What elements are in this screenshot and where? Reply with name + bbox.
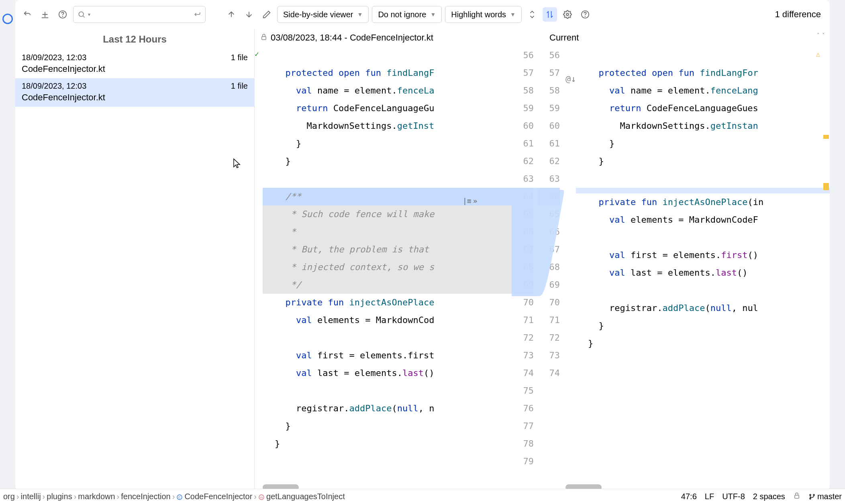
gutter-line-number: 70 <box>512 294 534 311</box>
history-time: 18/09/2023, 12:03 <box>22 53 86 62</box>
caret-position[interactable]: 47:6 <box>681 492 697 501</box>
svg-point-14 <box>813 494 814 496</box>
code-line <box>576 229 830 246</box>
code-line: MarkdownSettings.getInstan <box>576 117 830 135</box>
history-item[interactable]: 18/09/2023, 12:031 fileCodeFenceInjector… <box>15 50 254 78</box>
code-line: } <box>576 317 830 335</box>
breadcrumb-item[interactable]: fenceInjection <box>121 492 170 501</box>
gutter-line-number: 59 <box>538 100 560 117</box>
breadcrumb-item[interactable]: markdown <box>78 492 115 501</box>
git-branch[interactable]: master <box>808 492 842 501</box>
gutter-line-number: 66 <box>538 223 560 241</box>
left-pane-title: 03/08/2023, 18:44 - CodeFenceInjector.kt <box>271 33 433 43</box>
gutter-line-number: 71 <box>512 311 534 329</box>
code-line: } <box>576 335 830 352</box>
help-diff-button[interactable] <box>578 7 592 22</box>
history-filename: CodeFenceInjector.kt <box>22 91 248 103</box>
left-code-pane[interactable]: ✓ protected open fun findLangF val name … <box>255 47 512 491</box>
apply-right-icon[interactable]: » <box>473 197 478 205</box>
gutter-line-number: 71 <box>538 311 560 329</box>
highlight-mode-dropdown[interactable]: Highlight words ▼ <box>445 6 522 23</box>
svg-point-2 <box>79 12 84 16</box>
svg-rect-11 <box>795 495 799 498</box>
warning-icon: ⚠ <box>816 50 820 58</box>
code-line: registrar.addPlace(null, nul <box>576 299 830 317</box>
chevron-down-icon[interactable]: ˅ <box>822 32 825 38</box>
chevron-up-icon[interactable]: ˄ <box>817 32 820 38</box>
gutter-line-number: 77 <box>512 417 534 435</box>
crumb-separator: › <box>41 492 47 501</box>
gutter-line-number: 64 <box>538 188 560 205</box>
breadcrumb-item[interactable]: org <box>3 492 15 501</box>
history-item[interactable]: 18/09/2023, 12:031 fileCodeFenceInjector… <box>15 78 254 107</box>
code-line: } <box>263 135 512 152</box>
code-line: } <box>263 152 512 170</box>
svg-text:C: C <box>178 495 181 499</box>
apply-change-icons[interactable]: |≡ » <box>463 197 478 205</box>
help-button[interactable] <box>55 7 70 22</box>
gutter-line-number: 72 <box>512 329 534 347</box>
gutter-line-number: 69 <box>512 276 534 294</box>
code-line: * Such code fence will make <box>263 205 512 223</box>
code-line: val elements = MarkdownCodeF <box>576 211 830 229</box>
right-code-pane[interactable]: ⚠ @↓ protected open fun findLangFor val … <box>564 47 830 491</box>
breadcrumb-item[interactable]: getLanguagesToInject <box>266 492 345 501</box>
breadcrumb-bar: org›intellij›plugins›markdown›fenceInjec… <box>0 489 845 504</box>
class-icon: C <box>176 492 184 501</box>
search-icon <box>78 10 86 18</box>
ignore-mode-label: Do not ignore <box>378 10 426 19</box>
edit-button[interactable] <box>259 7 274 22</box>
sidebar-header: Last 12 Hours <box>15 29 254 50</box>
gutter-line-number: 61 <box>512 135 534 152</box>
marker-yellow <box>823 183 829 190</box>
code-line: } <box>576 152 830 170</box>
code-line: registrar.addPlace(null, n <box>263 400 512 417</box>
return-icon[interactable] <box>193 10 201 18</box>
next-change-button[interactable] <box>242 7 256 22</box>
gutter-line-number: 79 <box>512 453 534 470</box>
collapse-unchanged-button[interactable] <box>525 7 539 22</box>
code-line: val elements = MarkdownCod <box>263 311 512 329</box>
crumb-separator: › <box>115 492 121 501</box>
indent-setting[interactable]: 2 spaces <box>753 492 785 501</box>
breadcrumb-item[interactable]: plugins <box>47 492 72 501</box>
ignore-mode-dropdown[interactable]: Do not ignore ▼ <box>372 6 442 23</box>
chevron-down-icon: ▼ <box>357 11 363 18</box>
gutter-line-number: 68 <box>512 258 534 276</box>
svg-text:m: m <box>260 495 263 499</box>
undo-button[interactable] <box>20 7 35 22</box>
gutter-line-number: 69 <box>538 276 560 294</box>
code-line: MarkdownSettings.getInst <box>263 117 512 135</box>
line-separator[interactable]: LF <box>705 492 714 501</box>
history-files: 1 file <box>231 81 248 91</box>
code-line <box>576 282 830 299</box>
viewer-mode-dropdown[interactable]: Side-by-side viewer ▼ <box>277 6 369 23</box>
crumb-separator: › <box>171 492 177 501</box>
gutter-line-number: 61 <box>538 135 560 152</box>
diff-add-button[interactable] <box>38 7 52 22</box>
breadcrumb-item[interactable]: CodeFenceInjector <box>184 492 252 501</box>
chevron-down-icon: ▼ <box>510 11 516 18</box>
diff-header: 03/08/2023, 18:44 - CodeFenceInjector.kt… <box>255 29 830 47</box>
gutter-line-number: 72 <box>538 329 560 347</box>
code-line <box>263 453 512 470</box>
gutter-line-number: 62 <box>512 152 534 170</box>
code-line <box>263 170 512 188</box>
sync-scroll-button[interactable] <box>543 7 557 22</box>
file-encoding[interactable]: UTF-8 <box>722 492 745 501</box>
readonly-toggle[interactable] <box>793 492 800 501</box>
right-pane-title: Current <box>549 33 579 43</box>
search-input[interactable] <box>93 10 191 19</box>
crumb-separator: › <box>72 492 78 501</box>
viewer-mode-label: Side-by-side viewer <box>283 10 353 19</box>
settings-button[interactable] <box>560 7 575 22</box>
gutter-line-number: 63 <box>512 170 534 188</box>
prev-change-button[interactable] <box>224 7 239 22</box>
breadcrumb-item[interactable]: intellij <box>21 492 41 501</box>
gutter-line-number: 63 <box>538 170 560 188</box>
align-icon[interactable]: |≡ <box>463 197 471 205</box>
chevron-down-icon: ▼ <box>430 11 436 18</box>
gutter-line-number: 60 <box>538 117 560 135</box>
code-line: * <box>263 223 512 241</box>
search-box[interactable]: ▾ <box>73 6 206 23</box>
